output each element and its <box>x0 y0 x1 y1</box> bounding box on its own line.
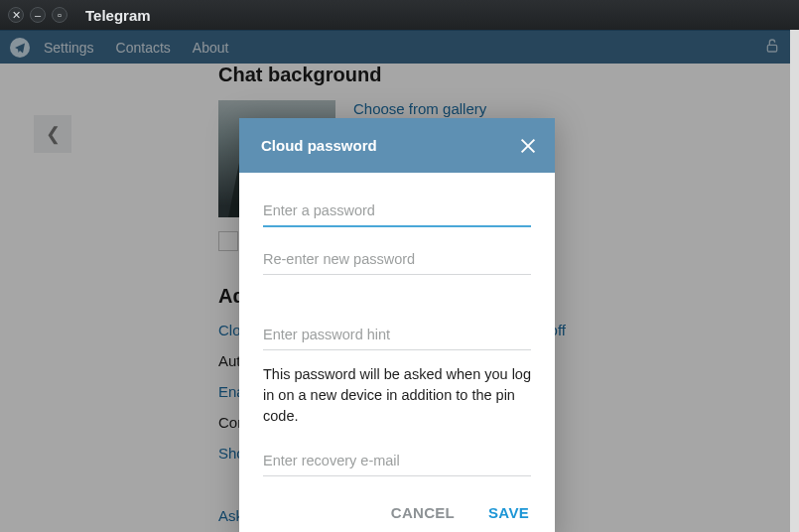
window-close-button[interactable]: ✕ <box>8 7 24 23</box>
cancel-button[interactable]: CANCEL <box>391 504 455 521</box>
dialog-title: Cloud password <box>261 137 377 154</box>
scrollbar[interactable] <box>790 30 799 532</box>
window-maximize-button[interactable]: ▫ <box>52 7 67 23</box>
password-hint-input[interactable] <box>263 319 531 350</box>
save-button[interactable]: SAVE <box>488 504 529 521</box>
password-input[interactable] <box>263 195 531 227</box>
window-title: Telegram <box>85 7 151 24</box>
window-titlebar: ✕ – ▫ Telegram <box>0 0 799 30</box>
dialog-header: Cloud password <box>239 118 555 173</box>
dialog-help-text: This password will be asked when you log… <box>263 364 531 427</box>
window-minimize-button[interactable]: – <box>30 7 46 23</box>
dialog-close-button[interactable] <box>519 137 537 155</box>
recovery-email-input[interactable] <box>263 445 531 476</box>
cloud-password-dialog: Cloud password This password will be ask… <box>239 118 555 532</box>
confirm-password-input[interactable] <box>263 243 531 275</box>
